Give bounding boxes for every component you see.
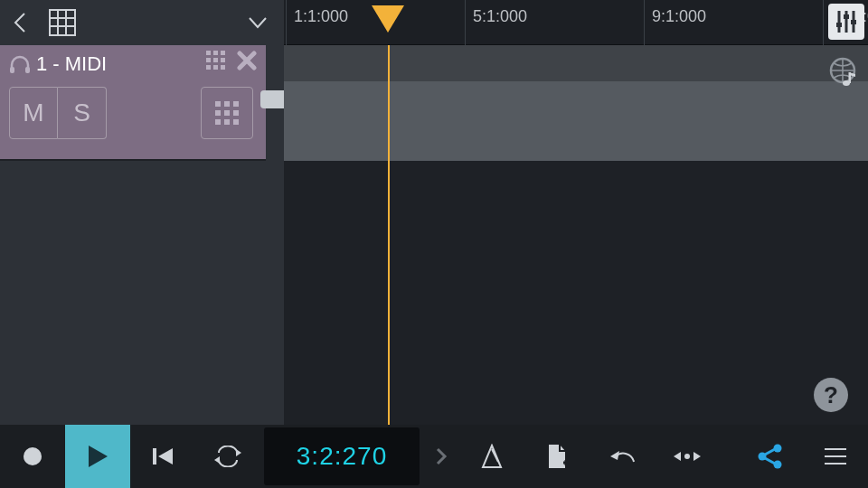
play-button[interactable] xyxy=(65,425,130,488)
svg-marker-47 xyxy=(674,452,681,461)
svg-point-49 xyxy=(684,454,690,459)
snap-button[interactable] xyxy=(655,425,720,488)
headphones-icon xyxy=(9,54,31,74)
record-icon xyxy=(23,446,42,466)
svg-rect-22 xyxy=(224,110,230,116)
instrument-button[interactable] xyxy=(201,87,253,139)
ruler-label: 5:1:000 xyxy=(473,7,527,26)
svg-marker-42 xyxy=(483,446,501,467)
metronome-icon xyxy=(480,444,504,469)
tracks-dropdown-button[interactable] xyxy=(237,0,278,45)
timeline-area[interactable] xyxy=(284,45,868,425)
svg-rect-12 xyxy=(221,58,225,62)
svg-marker-40 xyxy=(236,449,241,456)
metronome-button[interactable] xyxy=(459,425,524,488)
close-icon[interactable] xyxy=(237,51,257,70)
track-header[interactable]: 1 - MIDI M S xyxy=(0,45,266,161)
track-list: 1 - MIDI M S xyxy=(0,45,266,425)
panel-divider[interactable] xyxy=(266,45,284,425)
svg-marker-39 xyxy=(158,448,173,465)
svg-rect-23 xyxy=(233,110,239,116)
svg-rect-7 xyxy=(206,51,211,55)
svg-rect-14 xyxy=(213,65,218,70)
mixer-button[interactable] xyxy=(828,4,864,40)
svg-rect-24 xyxy=(215,119,221,125)
svg-rect-0 xyxy=(50,10,75,35)
svg-rect-15 xyxy=(221,65,225,70)
back-button[interactable] xyxy=(0,0,42,45)
file-plus-icon xyxy=(545,443,569,470)
svg-rect-10 xyxy=(206,58,211,62)
undo-button[interactable] xyxy=(590,425,655,488)
svg-marker-46 xyxy=(610,451,619,460)
sliders-icon xyxy=(834,9,859,34)
snap-icon xyxy=(674,449,701,464)
playhead-line xyxy=(388,45,390,425)
loop-button[interactable] xyxy=(195,425,260,488)
svg-rect-6 xyxy=(25,67,30,73)
ruler-label: 9:1:000 xyxy=(652,7,706,26)
svg-point-36 xyxy=(24,447,42,465)
play-icon xyxy=(86,444,109,469)
time-display[interactable]: 3:2:270 xyxy=(264,427,420,485)
svg-rect-9 xyxy=(221,51,225,55)
svg-rect-30 xyxy=(836,23,842,27)
svg-rect-25 xyxy=(224,119,230,125)
svg-rect-26 xyxy=(233,119,239,125)
rewind-button[interactable] xyxy=(130,425,195,488)
svg-point-51 xyxy=(774,445,782,453)
svg-marker-48 xyxy=(693,452,701,461)
add-section-button[interactable] xyxy=(524,425,590,488)
help-button[interactable]: ? xyxy=(814,378,848,412)
grid-icon xyxy=(48,8,77,37)
skip-start-icon xyxy=(151,446,175,467)
svg-rect-20 xyxy=(233,101,239,107)
svg-rect-19 xyxy=(224,101,230,107)
record-button[interactable] xyxy=(0,425,65,488)
svg-point-52 xyxy=(774,461,782,469)
hamburger-icon xyxy=(823,446,848,466)
mute-button[interactable]: M xyxy=(9,87,58,139)
transport-bar: 3:2:270 xyxy=(0,425,868,488)
share-icon xyxy=(757,443,784,470)
svg-marker-37 xyxy=(89,446,108,467)
svg-rect-11 xyxy=(213,58,218,62)
loop-icon xyxy=(214,446,241,467)
track-lane[interactable] xyxy=(284,45,868,161)
solo-button[interactable]: S xyxy=(58,87,107,139)
timeline-ruler[interactable]: 1:1:000 5:1:000 9:1:000 13:1:000 xyxy=(284,0,868,45)
svg-rect-32 xyxy=(851,20,856,24)
svg-line-54 xyxy=(765,458,775,464)
playhead-marker[interactable] xyxy=(372,5,404,33)
menu-button[interactable] xyxy=(803,425,868,488)
time-next-button[interactable] xyxy=(423,425,459,488)
svg-rect-8 xyxy=(213,51,218,55)
svg-rect-21 xyxy=(215,110,221,116)
drum-grid-icon[interactable] xyxy=(206,51,226,70)
svg-rect-5 xyxy=(10,67,14,73)
svg-line-53 xyxy=(765,449,775,455)
undo-icon xyxy=(609,447,636,465)
svg-rect-18 xyxy=(215,101,221,107)
globe-music-icon xyxy=(826,56,859,89)
drum-pad-icon xyxy=(215,101,239,125)
svg-rect-31 xyxy=(844,14,849,19)
svg-rect-38 xyxy=(153,448,156,465)
svg-marker-41 xyxy=(214,456,220,464)
ruler-label: 1:1:000 xyxy=(294,7,348,26)
grid-view-button[interactable] xyxy=(42,0,83,45)
publish-button[interactable] xyxy=(825,54,861,90)
svg-rect-13 xyxy=(206,65,211,70)
share-button[interactable] xyxy=(738,425,803,488)
track-name: 1 - MIDI xyxy=(36,52,107,76)
